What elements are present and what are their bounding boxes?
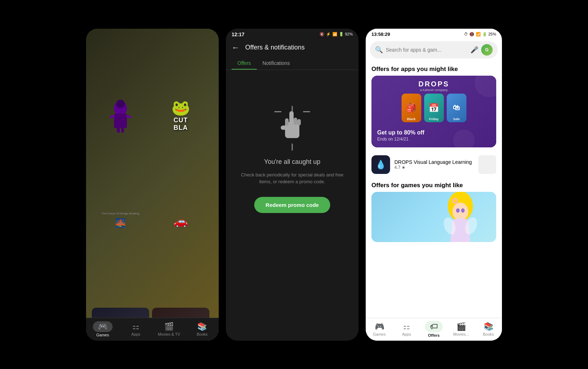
books-label-3: Books [483,332,494,336]
offers-title: Offers & notifications [245,44,353,51]
hand-icon-container [271,99,314,152]
movies-label: Movies & TV [158,332,180,336]
mic-icon-3[interactable]: 🎤 [470,46,478,54]
status-icons-3: ⏱ 📵 📶 🔋 25% [464,32,496,37]
screen2-content: You're all caught up Check back periodic… [226,70,359,341]
drops-drop-icon: 💧 [375,160,386,170]
bottom-nav-3: 🎮 Games ⚏ Apps 🏷 Offers 🎬 Movies... [366,318,502,341]
bottom-nav-movies[interactable]: 🎬 Movies & TV [152,318,186,341]
games-label-3: Games [373,332,385,336]
search-bar-3[interactable]: 🔍 🎤 G [370,41,498,58]
svg-rect-10 [294,118,297,125]
svg-rect-6 [121,127,124,133]
status-bar-3: 13:58:29 ⏱ 📵 📶 🔋 25% [366,29,502,38]
status-time-3: 13:58:29 [371,32,390,37]
bottom-nav-3-games[interactable]: 🎮 Games [366,318,393,341]
drops-app-list-item[interactable]: 💧 DROPS Visual Language Learning 4.7 ★ [366,152,502,178]
bottom-nav-apps[interactable]: ⚏ Apps [119,318,153,341]
drops-app-thumbnail [478,155,496,174]
status-icons-2: 🔇 ⚡ 📶 🔋 92% [319,32,353,37]
game-banner[interactable] [371,192,496,242]
back-icon[interactable]: ← [232,43,240,52]
svg-rect-9 [289,111,294,124]
drops-sale-ends: Ends on 12/4/21 [377,137,490,142]
screen2-phone: 12:17 🔇 ⚡ 📶 🔋 92% ← Offers & notificatio… [226,29,359,341]
caught-up-title: You're all caught up [264,158,321,166]
offers-tab-offers[interactable]: Offers [232,57,257,70]
screen1-content: Pre-registration games Coming soon to Pl… [86,73,219,341]
books-label: Books [196,332,208,336]
bottom-nav-books[interactable]: 📚 Books [186,318,219,341]
svg-point-18 [461,208,465,213]
apps-icon-3: ⚏ [403,322,410,331]
books-icon: 📚 [197,322,207,331]
sparkle-bottom [292,143,293,151]
svg-point-16 [454,199,456,202]
avatar-3[interactable]: G [481,44,493,56]
books-icon-3: 📚 [484,322,493,331]
bottom-nav-3-movies[interactable]: 🎬 Movies... [447,318,475,341]
drops-app-info: DROPS Visual Language Learning 4.7 ★ [394,159,474,170]
search-input-3[interactable] [386,47,468,53]
svg-rect-12 [285,118,289,126]
svg-point-2 [116,100,125,108]
offers-apps-title: Offers for apps you might like [366,61,502,76]
redeem-promo-button[interactable]: Redeem promo code [254,197,330,213]
svg-rect-5 [117,127,120,133]
drops-app-rating: 4.7 ★ [394,165,474,170]
screen3-content: Offers for apps you might like DROPS a K… [366,61,502,341]
movies-icon-3: 🎬 [456,322,466,331]
svg-rect-11 [297,119,301,126]
apps-label: Apps [131,332,140,336]
drops-banner[interactable]: DROPS a Kahoot! company 🎒 Black 📅 Friday [371,76,496,147]
apps-icon: ⚏ [132,322,139,331]
diablo-figure-svg [106,98,135,133]
movies-icon: 🎬 [164,322,174,331]
games-icon: 🎮 [98,322,108,331]
svg-point-17 [456,208,460,213]
screen3-phone: 13:58:29 ⏱ 📵 📶 🔋 25% 🔍 🎤 G Offers for ap… [366,29,502,341]
bottom-nav-3-apps[interactable]: ⚏ Apps [393,318,420,341]
offers-games-title: Offers for games you might like [366,178,502,192]
status-time-2: 12:17 [232,32,245,37]
suggested-cards: The Future Of Bridge Building 🌉 🚗 [86,201,219,242]
drops-app-icon: 💧 [371,155,390,174]
offers-tab-notifications[interactable]: Notifications [257,57,295,70]
caught-up-text: Check back periodically for special deal… [240,171,344,185]
game-banner-character-svg [417,192,489,242]
gta-banner-card[interactable]: 🚗 [152,201,209,242]
offers-label-3: Offers [428,333,440,337]
games-icon-3: 🎮 [375,322,384,331]
svg-rect-8 [281,126,286,130]
offers-tabs: Offers Notifications [226,57,359,70]
bottom-nav-3-books[interactable]: 📚 Books [475,318,502,341]
apps-label-3: Apps [402,332,411,336]
movies-label-3: Movies... [453,332,469,336]
offers-icon-3: 🏷 [430,322,438,331]
drops-sale-content: Get up to 80% off Ends on 12/4/21 [371,76,496,147]
bottom-nav-3-offers[interactable]: 🏷 Offers [420,318,447,341]
games-label: Games [96,333,109,337]
screen1-phone: 12:17 🔇 ⚡ 📶 🔋 92% 🔍 🎤 G For you Top char… [86,29,219,341]
drops-sale-text: Get up to 80% off [377,129,490,136]
bottom-nav-1: 🎮 Games ⚏ Apps 🎬 Movies & TV 📚 Books [86,318,219,341]
svg-point-14 [452,203,468,221]
svg-rect-1 [114,114,127,128]
caught-up-container: You're all caught up Check back periodic… [226,70,359,227]
offers-header: ← Offers & notifications [226,39,359,57]
search-icon-3: 🔍 [375,46,383,54]
drops-app-name: DROPS Visual Language Learning [394,159,474,165]
bottom-nav-games[interactable]: 🎮 Games [86,318,119,341]
caught-up-hand-svg [278,108,307,143]
status-bar-2: 12:17 🔇 ⚡ 📶 🔋 92% [226,29,359,39]
